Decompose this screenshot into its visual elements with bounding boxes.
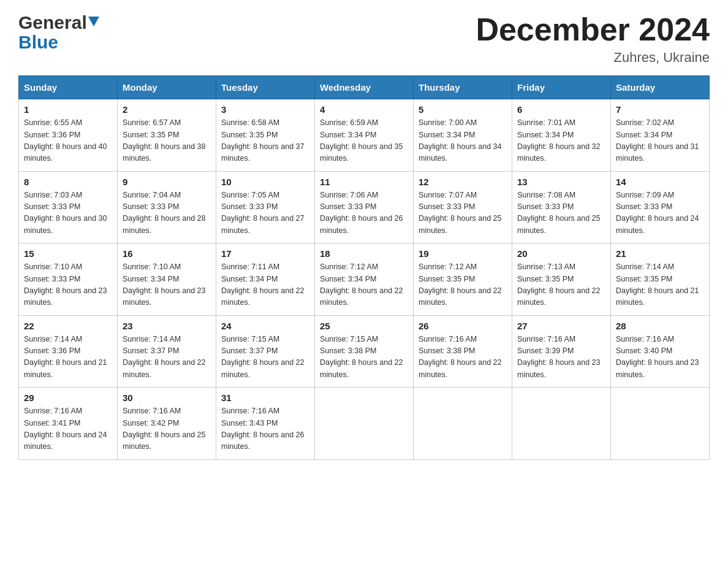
day-number: 8 [24,177,112,187]
calendar-week-2: 8Sunrise: 7:03 AMSunset: 3:33 PMDaylight… [19,171,710,243]
page-header: General Blue December 2024 Zuhres, Ukrai… [18,12,710,66]
calendar-week-1: 1Sunrise: 6:55 AMSunset: 3:36 PMDaylight… [19,99,710,172]
day-number: 1 [24,104,112,115]
day-info: Sunrise: 7:16 AMSunset: 3:41 PMDaylight:… [24,405,112,453]
day-info: Sunrise: 7:00 AMSunset: 3:34 PMDaylight:… [419,117,507,165]
table-cell [611,388,710,460]
day-info: Sunrise: 7:06 AMSunset: 3:33 PMDaylight:… [320,190,408,237]
day-info: Sunrise: 7:05 AMSunset: 3:33 PMDaylight:… [221,190,309,237]
day-info: Sunrise: 6:55 AMSunset: 3:36 PMDaylight:… [24,117,112,165]
day-number: 16 [123,248,211,259]
calendar-week-5: 29Sunrise: 7:16 AMSunset: 3:41 PMDayligh… [19,388,710,460]
day-number: 24 [221,321,309,331]
day-number: 13 [517,177,605,187]
logo-blue-text: Blue [18,32,58,53]
table-cell: 22Sunrise: 7:14 AMSunset: 3:36 PMDayligh… [19,315,118,388]
table-cell: 15Sunrise: 7:10 AMSunset: 3:33 PMDayligh… [19,243,118,316]
table-cell: 28Sunrise: 7:16 AMSunset: 3:40 PMDayligh… [611,315,710,388]
col-sunday: Sunday [19,76,118,99]
day-number: 14 [616,177,704,187]
location-text: Zuhres, Ukraine [476,50,710,66]
calendar-header-row: Sunday Monday Tuesday Wednesday Thursday… [19,76,710,99]
day-info: Sunrise: 7:14 AMSunset: 3:37 PMDaylight:… [123,334,211,381]
day-info: Sunrise: 7:04 AMSunset: 3:33 PMDaylight:… [123,190,211,237]
day-info: Sunrise: 7:16 AMSunset: 3:38 PMDaylight:… [419,334,507,381]
table-cell [315,388,414,460]
day-info: Sunrise: 7:11 AMSunset: 3:34 PMDaylight:… [221,261,309,309]
day-number: 15 [24,248,112,259]
table-cell: 10Sunrise: 7:05 AMSunset: 3:33 PMDayligh… [216,171,315,243]
day-info: Sunrise: 7:09 AMSunset: 3:33 PMDaylight:… [616,190,704,237]
table-cell: 14Sunrise: 7:09 AMSunset: 3:33 PMDayligh… [611,171,710,243]
table-cell: 31Sunrise: 7:16 AMSunset: 3:43 PMDayligh… [216,388,315,460]
day-info: Sunrise: 7:12 AMSunset: 3:35 PMDaylight:… [419,261,507,309]
table-cell: 29Sunrise: 7:16 AMSunset: 3:41 PMDayligh… [19,388,118,460]
day-number: 11 [320,177,408,187]
day-number: 3 [221,104,309,115]
calendar-week-4: 22Sunrise: 7:14 AMSunset: 3:36 PMDayligh… [19,315,710,388]
day-number: 4 [320,104,408,115]
day-number: 19 [419,248,507,259]
day-number: 22 [24,321,112,331]
day-info: Sunrise: 7:08 AMSunset: 3:33 PMDaylight:… [517,190,605,237]
table-cell: 17Sunrise: 7:11 AMSunset: 3:34 PMDayligh… [216,243,315,316]
day-number: 17 [221,248,309,259]
day-info: Sunrise: 7:15 AMSunset: 3:38 PMDaylight:… [320,334,408,381]
table-cell: 3Sunrise: 6:58 AMSunset: 3:35 PMDaylight… [216,99,315,172]
table-cell: 16Sunrise: 7:10 AMSunset: 3:34 PMDayligh… [118,243,216,316]
col-wednesday: Wednesday [315,76,414,99]
day-info: Sunrise: 7:14 AMSunset: 3:36 PMDaylight:… [24,334,112,381]
table-cell: 19Sunrise: 7:12 AMSunset: 3:35 PMDayligh… [414,243,512,316]
day-info: Sunrise: 7:10 AMSunset: 3:34 PMDaylight:… [123,261,211,309]
day-number: 10 [221,177,309,187]
logo-general-text: General [18,12,87,33]
day-info: Sunrise: 7:16 AMSunset: 3:42 PMDaylight:… [123,405,211,453]
table-cell: 21Sunrise: 7:14 AMSunset: 3:35 PMDayligh… [611,243,710,316]
calendar-table: Sunday Monday Tuesday Wednesday Thursday… [18,75,710,460]
day-info: Sunrise: 6:57 AMSunset: 3:35 PMDaylight:… [123,117,211,165]
calendar-week-3: 15Sunrise: 7:10 AMSunset: 3:33 PMDayligh… [19,243,710,316]
table-cell: 11Sunrise: 7:06 AMSunset: 3:33 PMDayligh… [315,171,414,243]
day-number: 26 [419,321,507,331]
col-monday: Monday [118,76,216,99]
table-cell: 6Sunrise: 7:01 AMSunset: 3:34 PMDaylight… [512,99,611,172]
day-number: 9 [123,177,211,187]
month-title: December 2024 [476,12,710,47]
day-info: Sunrise: 7:16 AMSunset: 3:40 PMDaylight:… [616,334,704,381]
table-cell: 20Sunrise: 7:13 AMSunset: 3:35 PMDayligh… [512,243,611,316]
day-info: Sunrise: 7:13 AMSunset: 3:35 PMDaylight:… [517,261,605,309]
col-saturday: Saturday [611,76,710,99]
day-info: Sunrise: 7:03 AMSunset: 3:33 PMDaylight:… [24,190,112,237]
table-cell: 8Sunrise: 7:03 AMSunset: 3:33 PMDaylight… [19,171,118,243]
logo-triangle-icon [88,17,99,29]
table-cell: 9Sunrise: 7:04 AMSunset: 3:33 PMDaylight… [118,171,216,243]
table-cell: 30Sunrise: 7:16 AMSunset: 3:42 PMDayligh… [118,388,216,460]
table-cell: 18Sunrise: 7:12 AMSunset: 3:34 PMDayligh… [315,243,414,316]
day-number: 6 [517,104,605,115]
col-tuesday: Tuesday [216,76,315,99]
title-block: December 2024 Zuhres, Ukraine [476,12,710,66]
day-info: Sunrise: 7:14 AMSunset: 3:35 PMDaylight:… [616,261,704,309]
day-info: Sunrise: 7:02 AMSunset: 3:34 PMDaylight:… [616,117,704,165]
day-info: Sunrise: 7:10 AMSunset: 3:33 PMDaylight:… [24,261,112,309]
table-cell: 12Sunrise: 7:07 AMSunset: 3:33 PMDayligh… [414,171,512,243]
day-number: 18 [320,248,408,259]
col-thursday: Thursday [414,76,512,99]
day-info: Sunrise: 7:07 AMSunset: 3:33 PMDaylight:… [419,190,507,237]
day-number: 28 [616,321,704,331]
table-cell: 23Sunrise: 7:14 AMSunset: 3:37 PMDayligh… [118,315,216,388]
day-info: Sunrise: 7:16 AMSunset: 3:39 PMDaylight:… [517,334,605,381]
day-info: Sunrise: 6:59 AMSunset: 3:34 PMDaylight:… [320,117,408,165]
day-info: Sunrise: 6:58 AMSunset: 3:35 PMDaylight:… [221,117,309,165]
table-cell: 4Sunrise: 6:59 AMSunset: 3:34 PMDaylight… [315,99,414,172]
table-cell [512,388,611,460]
table-cell: 26Sunrise: 7:16 AMSunset: 3:38 PMDayligh… [414,315,512,388]
table-cell: 13Sunrise: 7:08 AMSunset: 3:33 PMDayligh… [512,171,611,243]
day-number: 31 [221,393,309,403]
day-number: 20 [517,248,605,259]
table-cell: 25Sunrise: 7:15 AMSunset: 3:38 PMDayligh… [315,315,414,388]
table-cell: 1Sunrise: 6:55 AMSunset: 3:36 PMDaylight… [19,99,118,172]
table-cell [414,388,512,460]
day-number: 7 [616,104,704,115]
day-number: 25 [320,321,408,331]
